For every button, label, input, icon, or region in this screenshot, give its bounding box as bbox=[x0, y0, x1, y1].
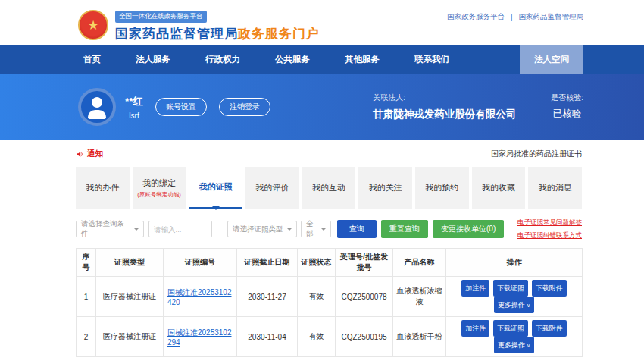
active-tab-pointer bbox=[212, 206, 220, 214]
tab-my-certificates[interactable]: 我的证照 bbox=[189, 167, 242, 209]
tab-bar: 我的办件 我的绑定 (原账号绑定功能) 我的证照 我的评价 我的互动 我的关注 … bbox=[76, 167, 582, 209]
table-row: 1 医疗器械注册证 国械注准20253102420 2030-11-27 有效 … bbox=[77, 277, 583, 317]
verify-block: 是否核验: 已核验 bbox=[551, 93, 583, 121]
chevron-down-icon bbox=[321, 228, 326, 233]
verify-label: 是否核验: bbox=[551, 93, 583, 103]
col-cert-type: 证照类型 bbox=[96, 249, 164, 277]
download-attachment-button[interactable]: 下载附件 bbox=[532, 320, 567, 337]
avatar bbox=[78, 88, 116, 126]
chevron-down-icon bbox=[134, 228, 139, 233]
chevron-down-icon bbox=[287, 228, 292, 233]
query-input[interactable] bbox=[148, 221, 212, 237]
reset-query-button[interactable]: 重置查询 bbox=[381, 220, 428, 238]
col-accept-number: 受理号/批签发批号 bbox=[336, 249, 393, 277]
top-links: 国家政务服务平台 | 国家药品监督管理局 bbox=[447, 12, 583, 22]
faq-links: 电子证照常见问题解答 电子证照纠错联系方式 bbox=[517, 218, 582, 240]
download-attachment-button[interactable]: 下载附件 bbox=[532, 280, 567, 297]
download-cert-button[interactable]: 下载证照 bbox=[493, 280, 528, 297]
nav-item-other-services[interactable]: 其他服务 bbox=[345, 54, 380, 65]
download-cert-button[interactable]: 下载证照 bbox=[493, 320, 528, 337]
col-cert-status: 证照状态 bbox=[298, 249, 336, 277]
speaker-icon bbox=[76, 150, 84, 158]
cert-number-link[interactable]: 国械注准20253102294 bbox=[167, 328, 232, 347]
main-content: 通知 国家局批准的药品注册证书 我的办件 我的绑定 (原账号绑定功能) 我的证照… bbox=[0, 148, 644, 357]
nav-item-legal-services[interactable]: 法人服务 bbox=[136, 54, 170, 65]
notice[interactable]: 通知 bbox=[76, 149, 103, 159]
table-row: 2 医疗器械注册证 国械注准20253102294 2030-11-04 有效 … bbox=[77, 317, 583, 357]
tab-my-reviews[interactable]: 我的评价 bbox=[245, 167, 299, 209]
tab-my-follows[interactable]: 我的关注 bbox=[358, 167, 412, 209]
verify-status: 已核验 bbox=[551, 108, 583, 121]
notice-message[interactable]: 国家局批准的药品注册证书 bbox=[491, 149, 582, 159]
annotate-button[interactable]: 加注件 bbox=[461, 280, 489, 297]
top-header: ★ 全国一体化在线政务服务平台 国家药品监督管理局政务服务门户 国家政务服务平台… bbox=[0, 0, 644, 46]
col-cert-number: 证照编号 bbox=[164, 249, 237, 277]
tab-my-items[interactable]: 我的办件 bbox=[76, 167, 130, 209]
tab-my-messages[interactable]: 我的消息 bbox=[528, 167, 582, 209]
nav-item-public-services[interactable]: 公共服务 bbox=[275, 54, 310, 65]
more-actions-button[interactable]: 更多操作∨ bbox=[494, 337, 534, 353]
brand: ★ 全国一体化在线政务服务平台 国家药品监督管理局政务服务门户 bbox=[78, 8, 320, 42]
col-expire-date: 证照截止日期 bbox=[237, 249, 298, 277]
avatar-person-icon bbox=[92, 97, 102, 108]
more-actions-button[interactable]: 更多操作∨ bbox=[494, 297, 534, 313]
emblem-star-icon: ★ bbox=[87, 19, 98, 32]
user-banner: **红 lsrf 账号设置 注销登录 关联法人: 甘肃陇神戎发药业股份有限公司 … bbox=[0, 74, 644, 140]
top-links-divider: | bbox=[511, 13, 512, 21]
notice-label: 通知 bbox=[87, 149, 103, 159]
col-index: 序号 bbox=[77, 249, 96, 277]
brand-text: 全国一体化在线政务服务平台 国家药品监督管理局政务服务门户 bbox=[115, 8, 320, 42]
top-link-gov-platform[interactable]: 国家政务服务平台 bbox=[447, 12, 505, 22]
tab-my-interactions[interactable]: 我的互动 bbox=[302, 167, 356, 209]
certificate-type-select[interactable]: 请选择证照类型 bbox=[227, 221, 297, 237]
chevron-down-icon: ∨ bbox=[527, 343, 530, 348]
related-legal-label: 关联法人: bbox=[373, 93, 516, 103]
logout-button[interactable]: 注销登录 bbox=[219, 98, 270, 116]
user-block: **红 lsrf bbox=[125, 95, 143, 120]
account-settings-button[interactable]: 账号设置 bbox=[155, 98, 207, 116]
all-select[interactable]: 全部 bbox=[301, 221, 331, 237]
change-receiver-button[interactable]: 变更接收单位(0) bbox=[433, 220, 504, 238]
filter-row: 请选择查询条件 请选择证照类型 全部 查询 重置查询 变更接收单位(0) 电子证… bbox=[76, 220, 582, 238]
site-subtitle: 政务服务门户 bbox=[238, 27, 320, 41]
related-legal-block: 关联法人: 甘肃陇神戎发药业股份有限公司 bbox=[373, 93, 516, 121]
nav-item-home[interactable]: 首页 bbox=[83, 54, 101, 65]
cert-faq-link[interactable]: 电子证照常见问题解答 bbox=[517, 218, 582, 228]
username: **红 bbox=[125, 95, 143, 108]
nav-item-legal-space[interactable]: 法人空间 bbox=[520, 46, 583, 74]
platform-badge: 全国一体化在线政务服务平台 bbox=[115, 11, 207, 23]
table-header-row: 序号 证照类型 证照编号 证照截止日期 证照状态 受理号/批签发批号 产品名称 … bbox=[77, 249, 583, 277]
query-button[interactable]: 查询 bbox=[337, 220, 377, 238]
cert-number-link[interactable]: 国械注准20253102420 bbox=[167, 288, 232, 306]
banner-right: 关联法人: 甘肃陇神戎发药业股份有限公司 是否核验: 已核验 bbox=[373, 93, 583, 121]
national-emblem-logo: ★ bbox=[78, 10, 108, 40]
nav-item-admin-power[interactable]: 行政权力 bbox=[205, 54, 240, 65]
cert-correction-contact-link[interactable]: 电子证照纠错联系方式 bbox=[517, 231, 582, 240]
top-link-nmpa[interactable]: 国家药品监督管理局 bbox=[519, 12, 584, 22]
tab-my-appointments[interactable]: 我的预约 bbox=[415, 167, 469, 209]
certificates-table: 序号 证照类型 证照编号 证照截止日期 证照状态 受理号/批签发批号 产品名称 … bbox=[76, 248, 583, 357]
tab-my-favorites[interactable]: 我的收藏 bbox=[472, 167, 526, 209]
chevron-down-icon: ∨ bbox=[527, 303, 530, 308]
annotate-button[interactable]: 加注件 bbox=[461, 320, 489, 337]
tab-my-binding-note: (原账号绑定功能) bbox=[137, 191, 181, 199]
site-title: 国家药品监督管理局 bbox=[115, 27, 238, 41]
related-legal-value: 甘肃陇神戎发药业股份有限公司 bbox=[373, 108, 516, 121]
query-condition-select[interactable]: 请选择查询条件 bbox=[76, 221, 144, 237]
col-actions: 操作 bbox=[446, 249, 583, 277]
nav-item-contact[interactable]: 联系我们 bbox=[414, 54, 449, 65]
col-product-name: 产品名称 bbox=[393, 249, 446, 277]
user-id: lsrf bbox=[125, 111, 143, 120]
notice-row: 通知 国家局批准的药品注册证书 bbox=[76, 148, 582, 160]
tab-my-binding[interactable]: 我的绑定 (原账号绑定功能) bbox=[133, 167, 186, 209]
main-nav: 首页 法人服务 行政权力 公共服务 其他服务 联系我们 法人空间 bbox=[0, 46, 644, 74]
